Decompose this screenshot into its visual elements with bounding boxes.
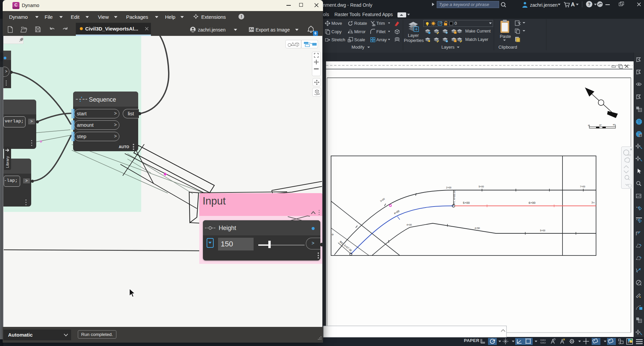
- svg-text:Library: Library: [5, 156, 9, 168]
